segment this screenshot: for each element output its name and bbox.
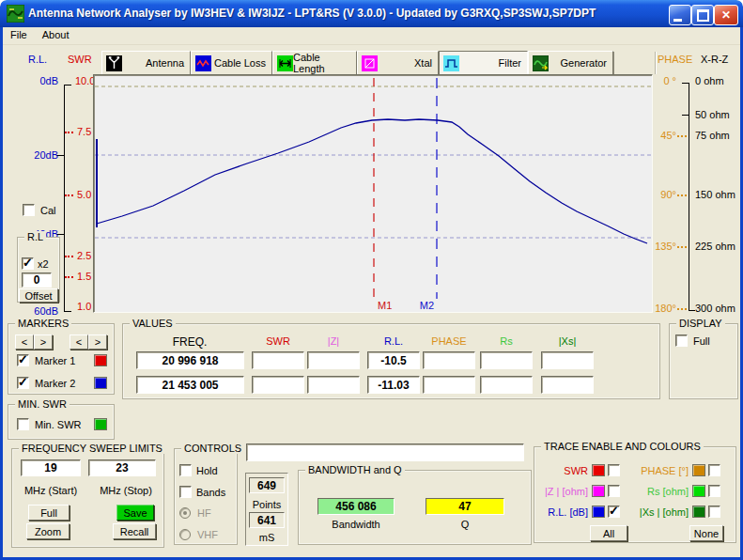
trace-all-button[interactable]: All bbox=[590, 525, 627, 541]
trace-xs-swatch[interactable] bbox=[692, 506, 705, 518]
rl-offset-title: R.L bbox=[24, 231, 46, 242]
maximize-button[interactable] bbox=[691, 5, 714, 25]
freq-start-label: MHz (Start) bbox=[13, 485, 88, 496]
window-title: Antenna Network Analyser by IW3HEV & IW3… bbox=[28, 7, 596, 20]
offset-button[interactable]: Offset bbox=[19, 288, 58, 303]
freq-start-input[interactable]: 19 bbox=[21, 459, 81, 476]
zoom-button[interactable]: Zoom bbox=[26, 523, 70, 539]
freq-stop-label: MHz (Stop) bbox=[90, 485, 162, 496]
values-rs-1[interactable] bbox=[480, 351, 533, 369]
x2-checkbox[interactable] bbox=[22, 257, 34, 270]
values-swr-2[interactable] bbox=[252, 376, 304, 394]
save-button[interactable]: Save bbox=[116, 505, 154, 521]
marker1-next-button[interactable]: > bbox=[34, 334, 53, 350]
bands-checkbox[interactable] bbox=[179, 486, 192, 498]
values-phase-1[interactable] bbox=[423, 351, 475, 369]
values-rl-2[interactable]: -11.03 bbox=[367, 376, 420, 394]
phase-tick bbox=[677, 246, 687, 248]
trace-rs-swatch[interactable] bbox=[692, 485, 705, 497]
trace-rl-checkbox[interactable] bbox=[608, 506, 620, 518]
min-swr-color-swatch[interactable] bbox=[94, 418, 107, 430]
trace-rs-checkbox[interactable] bbox=[708, 485, 720, 497]
toolbar-button-xtal[interactable]: Xtal bbox=[357, 51, 439, 75]
generator-icon bbox=[533, 55, 549, 71]
min-swr-checkbox[interactable] bbox=[17, 418, 29, 430]
values-xs-1[interactable] bbox=[541, 351, 594, 369]
freq-stop-input[interactable]: 23 bbox=[88, 459, 156, 476]
titlebar[interactable]: Antenna Network Analyser by IW3HEV & IW3… bbox=[0, 0, 743, 27]
close-button[interactable]: ✕ bbox=[714, 5, 738, 25]
toolbar-label-cable-length: Cable Length bbox=[293, 52, 350, 74]
values-phase-2[interactable] bbox=[423, 376, 475, 394]
right-axis-tick bbox=[682, 83, 689, 84]
q-value: 47 bbox=[426, 498, 504, 515]
header-rl: R.L. bbox=[367, 335, 420, 347]
ohm-tick-label: 300 ohm bbox=[695, 303, 735, 314]
trace-phase-checkbox[interactable] bbox=[708, 464, 720, 476]
values-z-1[interactable] bbox=[307, 351, 360, 369]
toolbar-button-antenna[interactable]: Antenna bbox=[101, 51, 191, 75]
db-tick-label: 20dB bbox=[26, 149, 58, 161]
phase-tick-label: 0 ° bbox=[652, 75, 676, 86]
swr-tick-label: 1.5 bbox=[77, 271, 91, 282]
trace-rs-label: Rs [ohm] bbox=[623, 486, 689, 497]
vhf-radio[interactable] bbox=[179, 529, 191, 540]
trace-swr-checkbox[interactable] bbox=[608, 464, 620, 476]
toolbar-button-cable-length[interactable]: Cable Length bbox=[272, 51, 357, 75]
values-z-2[interactable] bbox=[307, 376, 360, 394]
hf-radio[interactable] bbox=[179, 507, 191, 519]
values-rs-2[interactable] bbox=[480, 376, 533, 394]
marker1-color-swatch[interactable] bbox=[94, 354, 107, 366]
marker1-prev-button[interactable]: < bbox=[15, 334, 34, 350]
values-freq-1[interactable]: 20 996 918 bbox=[136, 351, 244, 369]
trace-none-button[interactable]: None bbox=[689, 525, 723, 541]
command-input[interactable] bbox=[246, 443, 524, 461]
trace-z-label: |Z | [ohm] bbox=[541, 486, 588, 497]
freq-sweep-title: FREQUENCY SWEEP LIMITS bbox=[19, 443, 165, 454]
display-full-checkbox[interactable] bbox=[675, 334, 688, 347]
right-axis-tick bbox=[689, 310, 695, 311]
toolbar-button-filter[interactable]: Filter bbox=[439, 51, 528, 75]
minimize-button[interactable] bbox=[669, 5, 691, 25]
marker2-prev-button[interactable]: < bbox=[70, 334, 88, 350]
full-button[interactable]: Full bbox=[28, 505, 70, 521]
bandwidth-q-title: BANDWIDTH and Q bbox=[305, 464, 405, 475]
toolbar-label-generator: Generator bbox=[560, 57, 607, 69]
cable-loss-icon bbox=[195, 55, 211, 71]
swr-tick-label: 2.5 bbox=[77, 250, 91, 261]
marker2-next-button[interactable]: > bbox=[88, 334, 107, 350]
cal-checkbox[interactable] bbox=[23, 204, 35, 216]
trace-xs-checkbox[interactable] bbox=[708, 506, 720, 518]
phase-tick-label: 135° bbox=[652, 241, 676, 252]
offset-input[interactable]: 0 bbox=[22, 272, 52, 288]
marker2-color-swatch[interactable] bbox=[94, 377, 107, 389]
filter-icon bbox=[443, 55, 459, 71]
hold-checkbox[interactable] bbox=[179, 464, 192, 476]
values-title: VALUES bbox=[130, 318, 176, 329]
values-freq-2[interactable]: 21 453 005 bbox=[136, 376, 244, 394]
vhf-label: VHF bbox=[197, 529, 218, 540]
toolbar-label-filter: Filter bbox=[499, 57, 521, 69]
marker1-checkbox[interactable] bbox=[17, 354, 29, 366]
maximize-icon bbox=[697, 9, 709, 22]
trace-rl-label: R.L. [dB] bbox=[541, 506, 588, 518]
trace-z-swatch[interactable] bbox=[592, 485, 605, 497]
values-swr-1[interactable] bbox=[252, 351, 304, 369]
marker2-checkbox[interactable] bbox=[17, 377, 29, 389]
min-swr-label: Min. SWR bbox=[35, 419, 82, 430]
menubar: File About bbox=[3, 27, 740, 45]
toolbar-button-cable-loss[interactable]: Cable Loss bbox=[191, 51, 272, 75]
header-xs: |Xs| bbox=[541, 335, 594, 347]
trace-z-checkbox[interactable] bbox=[608, 485, 620, 497]
trace-phase-swatch[interactable] bbox=[692, 464, 705, 476]
ms-value: 641 bbox=[249, 512, 285, 528]
menu-item-file[interactable]: File bbox=[3, 27, 35, 42]
trace-swr-swatch[interactable] bbox=[592, 464, 605, 476]
trace-rl-swatch[interactable] bbox=[592, 506, 605, 518]
values-rl-1[interactable]: -10.5 bbox=[367, 351, 420, 369]
toolbar-button-generator[interactable]: Generator bbox=[528, 51, 613, 75]
menu-item-about[interactable]: About bbox=[35, 27, 77, 42]
values-xs-2[interactable] bbox=[541, 376, 594, 394]
recall-button[interactable]: Recall bbox=[113, 523, 156, 539]
marker-label-1: M1 bbox=[378, 300, 392, 311]
